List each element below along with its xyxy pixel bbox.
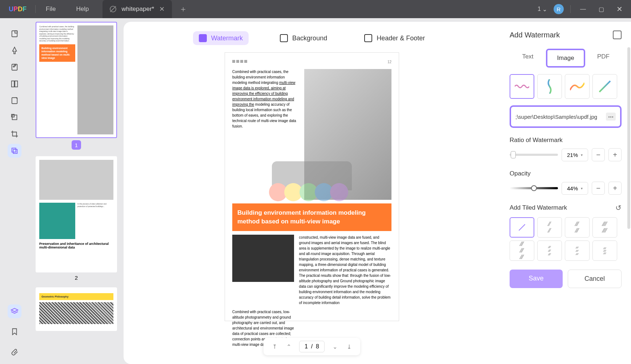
prev-page-button[interactable]: ⌃ [285, 342, 293, 352]
tab-close-button[interactable]: ✕ [159, 5, 165, 13]
titlebar: UPDF File Help whitepaper* ✕ ＋ 1 ⌄ R — ▢… [0, 0, 631, 18]
tile-2x2[interactable]: ⁄⁄⁄⁄ [537, 217, 562, 238]
sidebar-organize-icon[interactable] [8, 77, 21, 91]
page-navigation: ⤒ ⌃ 1 / 8 ⌄ ⤓ [264, 338, 360, 355]
opacity-minus-button[interactable]: − [592, 182, 605, 195]
sidebar-page-tools-icon[interactable] [8, 144, 21, 158]
reset-tile-icon[interactable]: ↺ [615, 203, 622, 212]
browse-file-button[interactable]: ⋯ [606, 113, 616, 121]
doc-secondary-image [232, 235, 294, 282]
wm-tab-pdf[interactable]: PDF [585, 49, 622, 68]
opacity-value[interactable]: 44%▾ [562, 182, 588, 195]
thumbnail-page-3[interactable]: Geometric Philosophy [36, 287, 117, 331]
page-tools-tabs: Watermark Background Header & Footer [124, 22, 500, 52]
separator [570, 5, 571, 13]
tile-label: Add Tiled Watermark [510, 204, 567, 211]
watermark-type-tabs: Text Image PDF [510, 49, 622, 68]
watermark-icon [199, 34, 207, 42]
minimize-button[interactable]: — [577, 3, 589, 15]
document-tab[interactable]: whitepaper* ✕ [103, 0, 172, 18]
logo: UPDF [0, 5, 35, 13]
tile-4x2[interactable]: ⁄⁄⁄⁄⁄⁄⁄⁄ [592, 217, 617, 238]
chevron-down-icon: ▾ [581, 186, 583, 190]
tab-title: whitepaper* [121, 5, 154, 13]
new-tab-button[interactable]: ＋ [179, 4, 187, 15]
wm-tab-text[interactable]: Text [510, 49, 546, 68]
ratio-value[interactable]: 21%▾ [562, 149, 588, 161]
watermark-presets [510, 74, 622, 99]
sidebar-reader-icon[interactable] [8, 27, 21, 41]
document-page: 12 Combined with practical cases, the bu… [225, 52, 399, 321]
document-view[interactable]: 12 Combined with practical cases, the bu… [124, 52, 500, 364]
sidebar-highlight-icon[interactable] [8, 44, 21, 57]
tab-background[interactable]: Background [274, 31, 333, 45]
scrollbar[interactable] [627, 47, 630, 229]
panel-title: Add Watermark [510, 31, 560, 39]
page-number: 12 [387, 60, 391, 64]
tile-5x3[interactable]: ⁄⁄⁄⁄⁄⁄⁄⁄⁄⁄⁄⁄⁄⁄⁄ [565, 240, 590, 261]
save-preset-icon[interactable] [613, 31, 622, 39]
sidebar-bookmark-icon[interactable] [8, 325, 21, 339]
thumbnail-image [77, 25, 113, 134]
main-area: Watermark Background Header & Footer 12 … [124, 22, 500, 364]
chevron-down-icon: ▾ [581, 153, 583, 157]
tile-none[interactable] [510, 217, 534, 238]
first-page-button[interactable]: ⤒ [271, 342, 278, 352]
header-footer-icon [364, 34, 372, 42]
sidebar-attachment-icon[interactable] [8, 345, 21, 359]
tile-4x3[interactable]: ⁄⁄⁄⁄⁄⁄⁄⁄⁄⁄⁄⁄ [537, 240, 562, 261]
tab-watermark[interactable]: Watermark [193, 31, 249, 45]
menu-help[interactable]: Help [66, 5, 99, 13]
tab-header-footer[interactable]: Header & Footer [358, 31, 431, 45]
tile-6x3[interactable]: ⁄⁄⁄⁄⁄⁄⁄⁄⁄⁄⁄⁄⁄⁄⁄⁄⁄⁄ [592, 240, 617, 261]
page-header-icons [232, 60, 247, 64]
ratio-minus-button[interactable]: − [592, 148, 605, 161]
chevron-down-icon: ⌄ [542, 6, 547, 13]
thumbnail-panel: Combined with practical cases, the build… [29, 22, 124, 364]
menu-file[interactable]: File [36, 5, 66, 13]
save-button[interactable]: Save [510, 270, 563, 288]
sidebar-layers-icon[interactable] [8, 304, 21, 318]
tile-3x3[interactable]: ⁄⁄⁄⁄⁄⁄⁄⁄⁄ [510, 240, 534, 261]
preset-1[interactable] [510, 74, 534, 99]
opacity-slider[interactable] [510, 187, 558, 189]
sidebar-ocr-icon[interactable] [8, 110, 21, 124]
preset-4[interactable] [592, 74, 617, 99]
ratio-slider[interactable] [510, 154, 558, 156]
svg-rect-9 [13, 149, 17, 153]
sidebar-crop-icon[interactable] [8, 127, 21, 141]
watermark-panel: Add Watermark Text Image PDF ;\super\Des… [500, 22, 631, 364]
next-page-button[interactable]: ⌄ [331, 342, 339, 352]
cancel-button[interactable]: Cancel [568, 270, 622, 288]
preset-3[interactable] [565, 74, 590, 99]
sidebar-form-icon[interactable] [8, 94, 21, 108]
ratio-plus-button[interactable]: + [608, 148, 622, 161]
left-sidebar [0, 22, 29, 364]
thumbnail-number-1: 1 [72, 140, 81, 150]
svg-rect-4 [15, 81, 17, 87]
last-page-button[interactable]: ⤓ [345, 342, 353, 352]
preset-2[interactable] [537, 74, 562, 99]
window-count[interactable]: 1 ⌄ [538, 6, 547, 13]
ratio-label: Ratio of Watermark [510, 137, 622, 144]
background-icon [280, 34, 288, 42]
thumbnail-page-1[interactable]: Combined with practical cases, the build… [36, 22, 117, 138]
watermark-file-path[interactable]: ;\super\Desktop\Samples\updf.jpg ⋯ [510, 105, 622, 128]
thumbnail-number-2: 2 [36, 275, 117, 281]
opacity-plus-button[interactable]: + [608, 182, 622, 195]
page-input[interactable]: 1 / 8 [299, 341, 325, 352]
tile-3x2[interactable]: ⁄⁄⁄⁄⁄⁄ [565, 217, 590, 238]
watermark-preview [272, 161, 352, 212]
close-window-button[interactable]: ✕ [614, 3, 625, 15]
maximize-button[interactable]: ▢ [595, 3, 607, 15]
sidebar-edit-icon[interactable] [8, 60, 21, 74]
tile-pattern-grid: ⁄⁄⁄⁄ ⁄⁄⁄⁄⁄⁄ ⁄⁄⁄⁄⁄⁄⁄⁄ ⁄⁄⁄⁄⁄⁄⁄⁄⁄ ⁄⁄⁄⁄⁄⁄⁄⁄⁄… [510, 217, 622, 261]
svg-rect-3 [12, 81, 14, 87]
wm-tab-image[interactable]: Image [546, 49, 585, 68]
user-avatar[interactable]: R [554, 4, 564, 14]
svg-rect-8 [12, 148, 16, 152]
tab-disabled-icon [110, 6, 116, 12]
opacity-label: Opacity [510, 170, 622, 177]
thumbnail-page-2[interactable]: In the process of data collection and pr… [36, 156, 117, 272]
svg-rect-5 [12, 98, 17, 104]
